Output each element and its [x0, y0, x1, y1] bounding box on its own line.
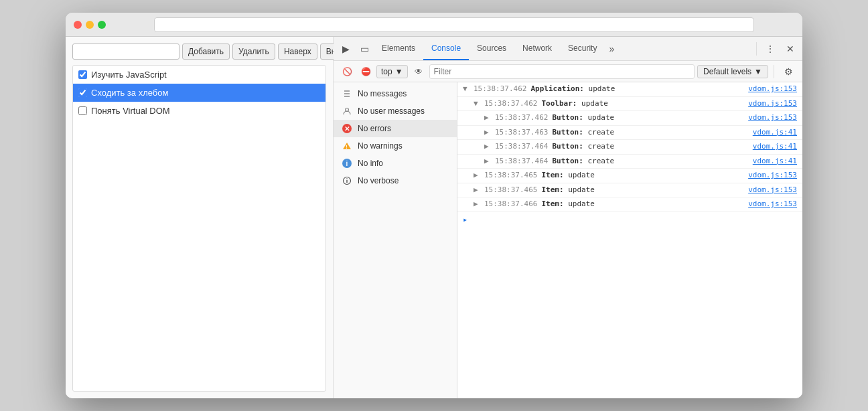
close-button[interactable] — [74, 21, 82, 29]
log-source-link[interactable]: vdom.js:41 — [753, 156, 797, 167]
log-row[interactable]: ▶15:38:37.462Button: updatevdom.js:153 — [457, 111, 802, 126]
log-toggle-icon[interactable]: ▶ — [484, 127, 492, 139]
log-source-link[interactable]: vdom.js:41 — [753, 141, 797, 153]
error-icon: ✕ — [342, 123, 352, 134]
task-item[interactable]: Изучить JavaScript — [73, 66, 326, 84]
kebab-menu-button[interactable]: ⋮ — [761, 39, 780, 58]
log-text: Button: create — [552, 156, 747, 167]
log-row[interactable]: ▼15:38:37.462Toolbar: updatevdom.js:153 — [457, 97, 802, 112]
traffic-lights — [74, 21, 106, 29]
log-text: Toolbar: update — [541, 98, 743, 110]
log-toggle-icon[interactable]: ▶ — [474, 185, 482, 196]
log-timestamp: 15:38:37.462 — [495, 112, 548, 124]
log-timestamp: 15:38:37.464 — [495, 156, 548, 167]
log-source-link[interactable]: vdom.js:153 — [748, 199, 797, 210]
log-row[interactable]: ▶15:38:37.464Button: createvdom.js:41 — [457, 140, 802, 155]
log-row[interactable]: ▶15:38:37.463Button: createvdom.js:41 — [457, 126, 802, 141]
log-timestamp: 15:38:37.462 — [484, 98, 537, 110]
device-icon[interactable]: ▭ — [355, 39, 374, 58]
log-source-link[interactable]: vdom.js:153 — [748, 84, 797, 95]
filter-item-verbose[interactable]: No verbose — [334, 172, 457, 189]
task-checkbox[interactable] — [78, 106, 87, 115]
tab-sources[interactable]: Sources — [469, 37, 514, 60]
log-row[interactable]: ▶15:38:37.465Item: updatevdom.js:153 — [457, 183, 802, 198]
log-timestamp: 15:38:37.463 — [495, 127, 548, 139]
settings-gear-button[interactable]: ⚙ — [780, 63, 797, 80]
titlebar — [66, 13, 802, 37]
log-toggle-icon[interactable]: ▶ — [484, 112, 492, 124]
console-caret-icon: ▸ — [463, 215, 467, 224]
filter-input[interactable] — [429, 64, 695, 79]
log-text: Button: create — [552, 141, 747, 153]
log-source-link[interactable]: vdom.js:153 — [748, 185, 797, 196]
log-toggle-icon[interactable]: ▶ — [484, 141, 492, 153]
log-source-link[interactable]: vdom.js:41 — [753, 127, 797, 139]
minimize-button[interactable] — [86, 21, 94, 29]
context-label: top — [381, 67, 392, 76]
task-checkbox[interactable] — [78, 70, 87, 79]
log-toggle-icon[interactable]: ▼ — [463, 84, 471, 95]
up-button[interactable]: Наверх — [278, 44, 317, 60]
tab-elements[interactable]: Elements — [374, 37, 423, 60]
levels-dropdown[interactable]: Default levels ▼ — [697, 65, 768, 78]
tab-console[interactable]: Console — [423, 37, 469, 60]
url-bar[interactable] — [154, 17, 754, 32]
log-row[interactable]: ▶15:38:37.464Button: createvdom.js:41 — [457, 155, 802, 169]
log-row[interactable]: ▶15:38:37.466Item: updatevdom.js:153 — [457, 197, 802, 212]
log-toggle-icon[interactable]: ▶ — [474, 199, 482, 210]
log-timestamp: 15:38:37.464 — [495, 141, 548, 153]
context-dropdown[interactable]: top ▼ — [376, 65, 408, 78]
browser-window: Добавить Удалить Наверх Вниз Изучить Jav… — [66, 13, 802, 398]
close-devtools-button[interactable]: ✕ — [781, 39, 800, 58]
log-timestamp: 15:38:37.466 — [484, 199, 537, 210]
task-checkbox[interactable] — [78, 88, 87, 97]
divider2 — [774, 65, 774, 78]
filter-item-warnings[interactable]: !No warnings — [334, 137, 457, 155]
filter-item-messages[interactable]: No messages — [334, 85, 457, 102]
svg-point-7 — [346, 178, 348, 179]
log-timestamp: 15:38:37.465 — [484, 185, 537, 196]
devtools-tabs: ▶ ▭ Elements Console Sources Network Sec… — [334, 37, 802, 61]
log-toggle-icon[interactable]: ▶ — [474, 170, 482, 181]
log-toggle-icon[interactable]: ▶ — [484, 156, 492, 167]
filter-item-label-messages: No messages — [358, 89, 407, 98]
eye-icon-button[interactable]: 👁 — [411, 64, 427, 80]
delete-button[interactable]: Удалить — [232, 44, 275, 60]
log-timestamp: 15:38:37.465 — [484, 170, 537, 181]
levels-dropdown-arrow: ▼ — [754, 67, 762, 76]
maximize-button[interactable] — [98, 21, 106, 29]
task-item[interactable]: Сходить за хлебом — [73, 84, 326, 102]
log-source-link[interactable]: vdom.js:153 — [748, 112, 797, 124]
tab-security[interactable]: Security — [560, 37, 605, 60]
log-timestamp: 15:38:37.462 — [474, 84, 526, 95]
task-input[interactable] — [72, 44, 179, 60]
add-button[interactable]: Добавить — [182, 44, 230, 60]
log-text: Item: update — [541, 170, 743, 181]
console-toolbar: 🚫 ⛔ top ▼ 👁 Default levels ▼ ⚙ — [334, 61, 802, 82]
block-icon-button[interactable]: ⛔ — [358, 64, 374, 80]
task-list: Изучить JavaScriptСходить за хлебомПонят… — [72, 65, 326, 392]
log-source-link[interactable]: vdom.js:153 — [748, 170, 797, 181]
filter-item-user_messages[interactable]: No user messages — [334, 102, 457, 120]
log-source-link[interactable]: vdom.js:153 — [748, 98, 797, 110]
devtools-panel: ▶ ▭ Elements Console Sources Network Sec… — [334, 37, 802, 398]
task-label: Изучить JavaScript — [91, 70, 167, 80]
log-row[interactable]: ▶15:38:37.465Item: updatevdom.js:153 — [457, 169, 802, 183]
log-text: Button: update — [552, 112, 743, 124]
context-dropdown-arrow: ▼ — [395, 67, 403, 76]
log-row[interactable]: ▼15:38:37.462Application: updatevdom.js:… — [457, 82, 802, 97]
more-tabs-button[interactable]: » — [605, 44, 618, 54]
console-log: ▼15:38:37.462Application: updatevdom.js:… — [457, 82, 802, 398]
console-body: No messagesNo user messages✕No errors!No… — [334, 82, 802, 398]
log-toggle-icon[interactable]: ▼ — [474, 98, 482, 110]
log-text: Application: update — [530, 84, 743, 95]
log-text: Item: update — [541, 185, 743, 196]
task-toolbar: Добавить Удалить Наверх Вниз — [72, 44, 326, 60]
task-label: Понять Virtual DOM — [91, 106, 170, 116]
tab-network[interactable]: Network — [514, 37, 560, 60]
inspect-icon[interactable]: ▶ — [336, 39, 355, 58]
filter-item-errors[interactable]: ✕No errors — [334, 120, 457, 137]
clear-console-button[interactable]: 🚫 — [339, 64, 355, 80]
filter-item-info[interactable]: iNo info — [334, 155, 457, 172]
task-item[interactable]: Понять Virtual DOM — [73, 102, 326, 120]
